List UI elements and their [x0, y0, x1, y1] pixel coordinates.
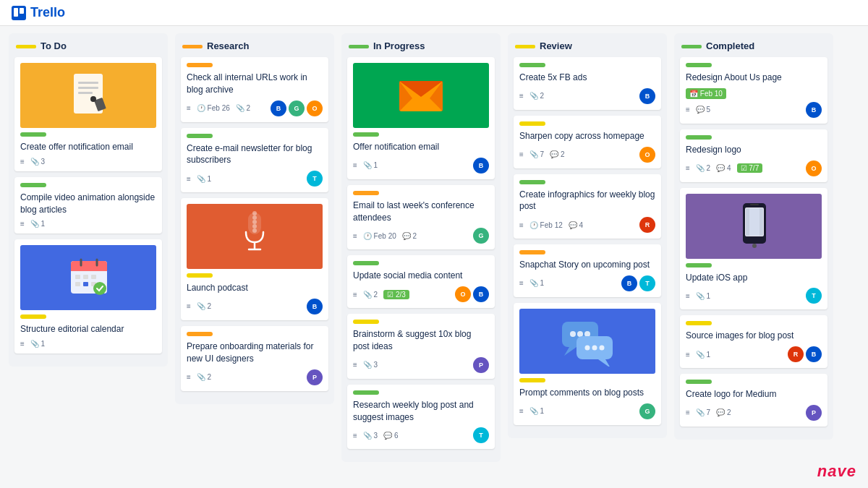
- card[interactable]: Redesign logo≡📎 2💬 4☑ 7/7O: [680, 129, 827, 182]
- card-label: [20, 314, 46, 319]
- card-title: Prepare onboarding materials for new UI …: [187, 341, 323, 365]
- column-todo: To Do Create offer notification email≡📎 …: [9, 33, 168, 367]
- svg-point-42: [600, 345, 605, 350]
- card-label: [686, 380, 712, 384]
- card[interactable]: Create e-mail newsletter for blog subscr…: [181, 128, 328, 193]
- card-label: [519, 121, 545, 126]
- lines-icon: ≡: [686, 164, 690, 172]
- card[interactable]: Create 5x FB ads≡📎 2B: [514, 57, 661, 110]
- avatar: P: [806, 405, 822, 421]
- avatar: G: [639, 403, 655, 419]
- svg-point-26: [252, 228, 257, 233]
- card[interactable]: Redesign About Us page📅 Feb 10≡💬 5B: [680, 57, 827, 124]
- card-label: [187, 332, 213, 336]
- avatar: B: [307, 299, 323, 314]
- avatar: B: [271, 100, 286, 116]
- svg-point-23: [252, 215, 257, 220]
- card[interactable]: Sharpen copy across homepage≡📎 7💬 2O: [514, 116, 661, 168]
- card[interactable]: Brainstorm & suggest 10x blog post ideas…: [347, 314, 495, 379]
- clip-count: 📎 1: [529, 279, 544, 287]
- card-title: Sharpen copy across homepage: [519, 130, 655, 142]
- card[interactable]: Check all internal URLs work in blog arc…: [181, 57, 328, 122]
- svg-point-8: [90, 96, 96, 102]
- clip-count: 📎 1: [363, 161, 378, 169]
- svg-rect-15: [83, 275, 88, 279]
- clip-count: 📎 1: [197, 175, 211, 183]
- nave-logo: nave: [817, 462, 856, 481]
- card[interactable]: Compile video animation alongside blog a…: [14, 177, 162, 234]
- svg-rect-4: [78, 82, 98, 84]
- card-avatars: G: [639, 403, 655, 419]
- avatar: B: [473, 158, 489, 174]
- card-meta: ≡📎 1RB: [686, 346, 822, 362]
- card-meta: ≡📎 1T: [187, 171, 323, 187]
- card[interactable]: Launch podcast≡📎 2B: [181, 198, 328, 320]
- lines-icon: ≡: [353, 361, 357, 369]
- date-badge: 📅 Feb 10: [686, 88, 726, 99]
- clip-count: 📎 3: [363, 432, 378, 440]
- card-title: Snapchat Story on upcoming post: [519, 259, 655, 271]
- card-label: [187, 63, 213, 67]
- card-meta: ≡📎 1G: [519, 403, 655, 419]
- card-title: Compile video animation alongside blog a…: [20, 192, 156, 216]
- lines-icon: ≡: [20, 220, 25, 228]
- card-title: Redesign About Us page: [686, 72, 822, 84]
- card-avatars: T: [473, 427, 489, 443]
- comment-count: 💬 5: [696, 106, 710, 114]
- card-date: 🕐 Feb 12: [529, 221, 563, 229]
- card[interactable]: Offer notification email≡📎 1B: [347, 57, 495, 179]
- avatar: T: [307, 171, 323, 187]
- clip-count: 📎 2: [197, 302, 211, 310]
- card[interactable]: Create logo for Medium≡📎 7💬 2P: [680, 374, 827, 427]
- card[interactable]: Prepare onboarding materials for new UI …: [181, 326, 328, 391]
- card[interactable]: Update social media content≡📎 2☑ 2/3OB: [347, 255, 495, 308]
- card-meta: ≡🕐 Feb 26📎 2BGO: [187, 100, 323, 116]
- card-meta: ≡💬 5B: [686, 102, 822, 118]
- card-label: [187, 273, 213, 278]
- card-label: [686, 263, 712, 267]
- comment-count: 💬 2: [716, 408, 731, 416]
- lines-icon: ≡: [519, 221, 524, 229]
- card[interactable]: Snapchat Story on upcoming post≡📎 1BT: [514, 244, 661, 297]
- avatar: T: [473, 427, 489, 443]
- card-title: Structure editorial calendar: [20, 323, 156, 335]
- card[interactable]: Prompt comments on blog posts≡📎 1G: [514, 303, 661, 425]
- column-header: Completed: [680, 40, 827, 51]
- card-title: Create 5x FB ads: [519, 72, 655, 84]
- card-meta: ≡📎 2💬 4☑ 7/7O: [686, 160, 822, 176]
- card[interactable]: Research weekly blog post and suggest im…: [347, 385, 495, 450]
- card[interactable]: Source images for blog post≡📎 1RB: [680, 315, 827, 368]
- card-meta: ≡📎 1T: [686, 288, 822, 304]
- svg-point-35: [570, 331, 576, 337]
- lines-icon: ≡: [686, 408, 690, 416]
- trello-logo: Trello: [12, 5, 65, 20]
- card[interactable]: Update iOS app≡📎 1T: [680, 188, 827, 310]
- card-title: Email to last week's conference attendee…: [353, 200, 489, 224]
- card-avatars: B: [806, 102, 822, 118]
- card[interactable]: Create infographics for weekly blog post…: [514, 174, 661, 239]
- column-review: ReviewCreate 5x FB ads≡📎 2BSharpen copy …: [508, 33, 667, 438]
- card-meta: ≡📎 1B: [353, 158, 489, 174]
- svg-point-41: [592, 345, 597, 350]
- clip-count: 📎 1: [529, 407, 544, 415]
- card-title: Create offer notification email: [20, 141, 156, 153]
- card[interactable]: Structure editorial calendar≡📎 1: [14, 239, 162, 354]
- lines-icon: ≡: [686, 351, 690, 359]
- card-avatars: T: [307, 171, 323, 187]
- card-avatars: O: [639, 147, 655, 163]
- avatar: B: [806, 346, 822, 362]
- comment-count: 💬 4: [716, 164, 731, 172]
- svg-rect-6: [78, 92, 93, 94]
- card-avatars: G: [473, 228, 489, 244]
- avatar: B: [621, 275, 637, 291]
- card-meta: ≡📎 3P: [353, 357, 489, 373]
- avatar: O: [307, 100, 323, 116]
- card-image: [686, 194, 822, 259]
- avatar: P: [307, 369, 323, 385]
- card-avatars: R: [639, 217, 655, 233]
- avatar: G: [289, 100, 305, 116]
- card[interactable]: Email to last week's conference attendee…: [347, 185, 495, 250]
- card-meta: ≡🕐 Feb 20💬 2G: [353, 228, 489, 244]
- card[interactable]: Create offer notification email≡📎 3: [14, 57, 162, 171]
- card-meta: ≡📎 2B: [519, 88, 655, 104]
